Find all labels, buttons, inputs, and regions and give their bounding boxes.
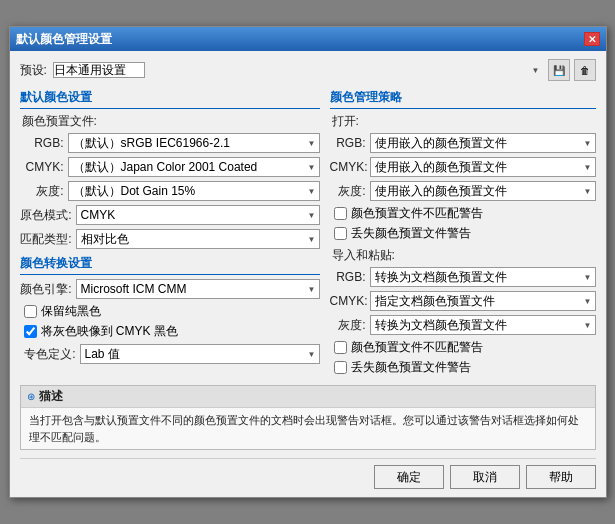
cmyk-row: CMYK: （默认）Japan Color 2001 Coated xyxy=(20,157,320,177)
cmyk-label: CMYK: xyxy=(20,160,64,174)
check1-checkbox[interactable] xyxy=(24,305,37,318)
engine-select-wrapper: Microsoft ICM CMM xyxy=(76,279,320,299)
right-gray-select[interactable]: 使用嵌入的颜色预置文件 xyxy=(370,181,596,201)
preset-select[interactable]: 日本通用设置 xyxy=(53,62,145,78)
cmyk-select-wrapper: （默认）Japan Color 2001 Coated xyxy=(68,157,320,177)
description-content: 当打开包含与默认预置文件不同的颜色预置文件的文档时会出现警告对话框。您可以通过该… xyxy=(21,408,595,449)
match-type-select[interactable]: 相对比色 xyxy=(76,229,320,249)
spot-row: 专色定义: Lab 值 xyxy=(20,344,320,364)
preset-row-inner: 日本通用设置 💾 🗑 xyxy=(53,59,596,81)
check1-label: 保留纯黑色 xyxy=(41,303,101,320)
right-rgb-select[interactable]: 使用嵌入的颜色预置文件 xyxy=(370,133,596,153)
right-cmyk-row: CMYK: 使用嵌入的颜色预置文件 xyxy=(330,157,596,177)
rgb-label: RGB: xyxy=(20,136,64,150)
right-cmyk-select-wrapper: 使用嵌入的颜色预置文件 xyxy=(370,157,596,177)
gray-select[interactable]: （默认）Dot Gain 15% xyxy=(68,181,320,201)
check6-row: 丢失颜色预置文件警告 xyxy=(330,359,596,376)
check2-checkbox[interactable] xyxy=(24,325,37,338)
rgb-row: RGB: （默认）sRGB IEC61966-2.1 xyxy=(20,133,320,153)
match-type-row: 匹配类型: 相对比色 xyxy=(20,229,320,249)
right-section-title: 颜色管理策略 xyxy=(330,89,596,109)
check5-label: 颜色预置文件不匹配警告 xyxy=(351,339,483,356)
preset-select-wrapper: 日本通用设置 xyxy=(53,62,544,78)
right-rgb-select-wrapper: 使用嵌入的颜色预置文件 xyxy=(370,133,596,153)
check1-row: 保留纯黑色 xyxy=(20,303,320,320)
check4-row: 丢失颜色预置文件警告 xyxy=(330,225,596,242)
ok-button[interactable]: 确定 xyxy=(374,465,444,489)
spot-select-wrapper: Lab 值 xyxy=(80,344,320,364)
right-cmyk-select[interactable]: 使用嵌入的颜色预置文件 xyxy=(370,157,596,177)
import-label: 导入和粘贴: xyxy=(332,247,596,264)
color-mode-label: 原色模式: xyxy=(20,207,72,224)
color-mode-row: 原色模式: CMYK xyxy=(20,205,320,225)
right-cmyk2-row: CMYK: 指定文档颜色预置文件 xyxy=(330,291,596,311)
rgb-select-wrapper: （默认）sRGB IEC61966-2.1 xyxy=(68,133,320,153)
gray-label: 灰度: xyxy=(20,183,64,200)
right-rgb2-label: RGB: xyxy=(330,270,366,284)
spot-label: 专色定义: xyxy=(20,346,76,363)
right-rgb2-select[interactable]: 转换为文档颜色预置文件 xyxy=(370,267,596,287)
right-gray2-label: 灰度: xyxy=(330,317,366,334)
title-bar: 默认颜色管理设置 ✕ xyxy=(10,27,606,51)
check2-label: 将灰色映像到 CMYK 黑色 xyxy=(41,323,178,340)
preset-row: 预设: 日本通用设置 💾 🗑 xyxy=(20,59,596,81)
right-column: 颜色管理策略 打开: RGB: 使用嵌入的颜色预置文件 CMYK: 使用嵌入的颜… xyxy=(330,89,596,379)
check6-checkbox[interactable] xyxy=(334,361,347,374)
right-cmyk2-label: CMYK: xyxy=(330,294,366,308)
right-rgb-label: RGB: xyxy=(330,136,366,150)
check6-label: 丢失颜色预置文件警告 xyxy=(351,359,471,376)
desc-arrow-icon: ⊛ xyxy=(27,391,35,402)
left-column: 默认颜色设置 颜色预置文件: RGB: （默认）sRGB IEC61966-2.… xyxy=(20,89,320,379)
right-gray-select-wrapper: 使用嵌入的颜色预置文件 xyxy=(370,181,596,201)
cancel-button[interactable]: 取消 xyxy=(450,465,520,489)
right-gray2-row: 灰度: 转换为文档颜色预置文件 xyxy=(330,315,596,335)
rgb-select[interactable]: （默认）sRGB IEC61966-2.1 xyxy=(68,133,320,153)
right-cmyk2-select-wrapper: 指定文档颜色预置文件 xyxy=(370,291,596,311)
check4-checkbox[interactable] xyxy=(334,227,347,240)
check3-checkbox[interactable] xyxy=(334,207,347,220)
match-type-label: 匹配类型: xyxy=(20,231,72,248)
check5-row: 颜色预置文件不匹配警告 xyxy=(330,339,596,356)
gray-row: 灰度: （默认）Dot Gain 15% xyxy=(20,181,320,201)
profile-label: 颜色预置文件: xyxy=(22,113,320,130)
color-mode-select[interactable]: CMYK xyxy=(76,205,320,225)
close-button[interactable]: ✕ xyxy=(584,32,600,46)
check3-row: 颜色预置文件不匹配警告 xyxy=(330,205,596,222)
main-content: 默认颜色设置 颜色预置文件: RGB: （默认）sRGB IEC61966-2.… xyxy=(20,89,596,379)
gray-select-wrapper: （默认）Dot Gain 15% xyxy=(68,181,320,201)
preset-label: 预设: xyxy=(20,62,47,79)
right-cmyk2-select[interactable]: 指定文档颜色预置文件 xyxy=(370,291,596,311)
section1-title: 默认颜色设置 xyxy=(20,89,320,109)
check2-row: 将灰色映像到 CMYK 黑色 xyxy=(20,323,320,340)
dialog-title: 默认颜色管理设置 xyxy=(16,31,112,48)
match-type-select-wrapper: 相对比色 xyxy=(76,229,320,249)
description-header[interactable]: ⊛ 猫述 xyxy=(21,386,595,408)
open-label: 打开: xyxy=(332,113,596,130)
description-section: ⊛ 猫述 当打开包含与默认预置文件不同的颜色预置文件的文档时会出现警告对话框。您… xyxy=(20,385,596,450)
right-gray2-select-wrapper: 转换为文档颜色预置文件 xyxy=(370,315,596,335)
right-cmyk-label: CMYK: xyxy=(330,160,366,174)
dialog: 默认颜色管理设置 ✕ 预设: 日本通用设置 💾 🗑 默认颜色设置 颜 xyxy=(9,26,607,498)
engine-row: 颜色引擎: Microsoft ICM CMM xyxy=(20,279,320,299)
right-rgb2-row: RGB: 转换为文档颜色预置文件 xyxy=(330,267,596,287)
save-preset-button[interactable]: 💾 xyxy=(548,59,570,81)
right-gray-label: 灰度: xyxy=(330,183,366,200)
cmyk-select[interactable]: （默认）Japan Color 2001 Coated xyxy=(68,157,320,177)
right-rgb2-select-wrapper: 转换为文档颜色预置文件 xyxy=(370,267,596,287)
help-button[interactable]: 帮助 xyxy=(526,465,596,489)
check5-checkbox[interactable] xyxy=(334,341,347,354)
dialog-body: 预设: 日本通用设置 💾 🗑 默认颜色设置 颜色预置文件: RG xyxy=(10,51,606,497)
right-gray2-select[interactable]: 转换为文档颜色预置文件 xyxy=(370,315,596,335)
engine-select[interactable]: Microsoft ICM CMM xyxy=(76,279,320,299)
check4-label: 丢失颜色预置文件警告 xyxy=(351,225,471,242)
description-title: 猫述 xyxy=(39,388,63,405)
spot-select[interactable]: Lab 值 xyxy=(80,344,320,364)
delete-preset-button[interactable]: 🗑 xyxy=(574,59,596,81)
button-row: 确定 取消 帮助 xyxy=(20,458,596,489)
section2-title: 颜色转换设置 xyxy=(20,255,320,275)
right-rgb-row: RGB: 使用嵌入的颜色预置文件 xyxy=(330,133,596,153)
right-gray-row: 灰度: 使用嵌入的颜色预置文件 xyxy=(330,181,596,201)
check3-label: 颜色预置文件不匹配警告 xyxy=(351,205,483,222)
color-mode-select-wrapper: CMYK xyxy=(76,205,320,225)
engine-label: 颜色引擎: xyxy=(20,281,72,298)
